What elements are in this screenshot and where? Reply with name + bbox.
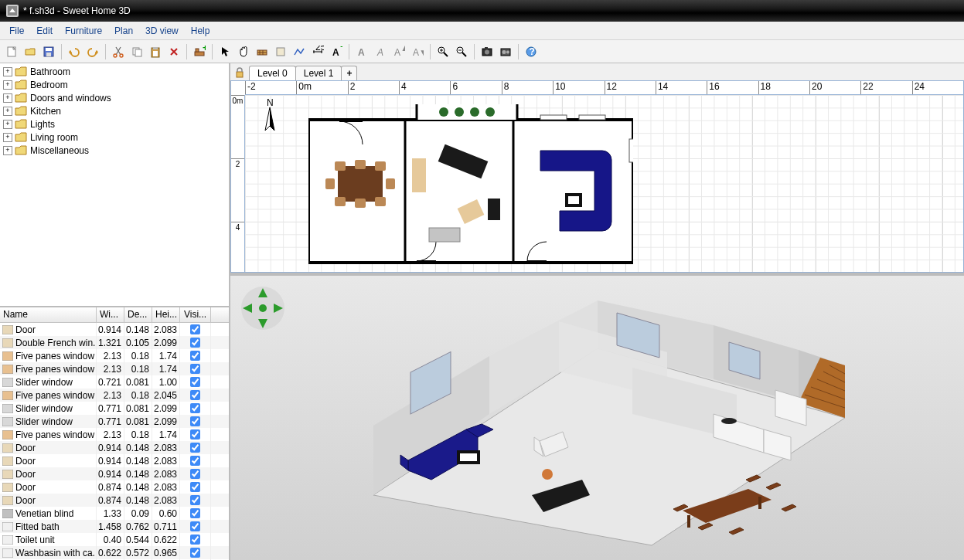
- view-3d-panel[interactable]: [230, 276, 964, 560]
- expand-icon[interactable]: +: [3, 93, 12, 103]
- cut-icon[interactable]: [110, 43, 127, 60]
- tree-item[interactable]: +Kitchen: [2, 104, 227, 117]
- visible-checkbox[interactable]: [190, 535, 200, 545]
- table-row[interactable]: Five panes window2.130.181.74: [0, 362, 229, 375]
- column-header-width[interactable]: Wi...: [97, 307, 124, 322]
- expand-icon[interactable]: +: [3, 67, 12, 76]
- table-row[interactable]: Door0.9140.1482.083: [0, 323, 229, 336]
- table-row[interactable]: Slider window0.7710.0812.099: [0, 402, 229, 415]
- visible-checkbox[interactable]: [190, 364, 200, 374]
- visible-checkbox[interactable]: [190, 548, 200, 558]
- compass-icon[interactable]: N: [254, 98, 285, 137]
- table-row[interactable]: Venetian blind1.330.090.60: [0, 507, 229, 520]
- redo-icon[interactable]: [84, 43, 101, 60]
- visible-checkbox[interactable]: [190, 324, 200, 334]
- delete-icon[interactable]: [165, 43, 182, 60]
- column-header-height[interactable]: Hei...: [152, 307, 180, 322]
- tree-item[interactable]: +Doors and windows: [2, 91, 227, 104]
- create-room-icon[interactable]: [272, 43, 289, 60]
- text-italic-icon[interactable]: A: [372, 43, 389, 60]
- tab-level-1[interactable]: Level 1: [295, 66, 342, 80]
- pan-tool-icon[interactable]: [235, 43, 252, 60]
- table-row[interactable]: Five panes window2.130.181.74: [0, 428, 229, 441]
- expand-icon[interactable]: +: [3, 120, 12, 129]
- expand-icon[interactable]: +: [3, 146, 12, 155]
- visible-checkbox[interactable]: [190, 508, 200, 518]
- expand-icon[interactable]: +: [3, 107, 12, 116]
- table-row[interactable]: Washbasin with ca...0.6220.5720.965: [0, 546, 229, 559]
- help-icon[interactable]: ?: [523, 43, 540, 60]
- column-header-depth[interactable]: De...: [124, 307, 152, 322]
- menu-edit[interactable]: Edit: [30, 24, 59, 38]
- column-header-name[interactable]: Name: [0, 307, 97, 322]
- tree-item[interactable]: +Lights: [2, 117, 227, 131]
- table-row[interactable]: Double French win...1.3210.1052.099: [0, 336, 229, 349]
- menu-furniture[interactable]: Furniture: [59, 24, 108, 38]
- video-icon[interactable]: [497, 43, 514, 60]
- table-row[interactable]: Slider window0.7710.0812.099: [0, 415, 229, 428]
- visible-checkbox[interactable]: [190, 482, 200, 492]
- furniture-table-body[interactable]: Door0.9140.1482.083Double French win...1…: [0, 323, 229, 560]
- text-bold-icon[interactable]: A: [353, 43, 370, 60]
- lock-icon[interactable]: [233, 66, 246, 79]
- nav-cross-icon[interactable]: [240, 285, 286, 331]
- visible-checkbox[interactable]: [190, 443, 200, 453]
- tree-item[interactable]: +Miscellaneous: [2, 144, 227, 157]
- visible-checkbox[interactable]: [190, 390, 200, 400]
- table-row[interactable]: Fitted bath1.4580.7620.711: [0, 520, 229, 533]
- table-row[interactable]: Door0.9140.1482.083: [0, 467, 229, 480]
- expand-icon[interactable]: +: [3, 80, 12, 90]
- table-row[interactable]: Door0.8740.1482.083: [0, 494, 229, 507]
- select-tool-icon[interactable]: [216, 43, 233, 60]
- text-increase-icon[interactable]: A▲: [390, 43, 407, 60]
- open-file-icon[interactable]: [22, 43, 39, 60]
- menu-3dview[interactable]: 3D view: [139, 24, 185, 38]
- add-furniture-icon[interactable]: +: [191, 43, 208, 60]
- create-dimension-icon[interactable]: 25: [309, 43, 326, 60]
- tree-item[interactable]: +Bedroom: [2, 78, 227, 91]
- zoom-out-icon[interactable]: [453, 43, 470, 60]
- visible-checkbox[interactable]: [190, 521, 200, 531]
- table-row[interactable]: Five panes window2.130.181.74: [0, 349, 229, 362]
- text-decrease-icon[interactable]: A▼: [409, 43, 426, 60]
- undo-icon[interactable]: [66, 43, 83, 60]
- floorplan-drawing[interactable]: [308, 104, 633, 266]
- create-text-icon[interactable]: A+: [328, 43, 345, 60]
- table-row[interactable]: Door0.8740.1482.083: [0, 480, 229, 494]
- visible-checkbox[interactable]: [190, 338, 200, 348]
- visible-checkbox[interactable]: [190, 495, 200, 505]
- copy-icon[interactable]: [128, 43, 145, 60]
- plan-canvas[interactable]: -20m24681012141618202224 0m246 N: [230, 80, 964, 273]
- save-icon[interactable]: [40, 43, 57, 60]
- menu-help[interactable]: Help: [185, 24, 216, 38]
- table-row[interactable]: Toilet unit0.400.5440.622: [0, 533, 229, 546]
- table-row[interactable]: Five panes window2.130.182.045: [0, 389, 229, 402]
- new-file-icon[interactable]: [3, 43, 20, 60]
- svg-rect-11: [153, 51, 158, 56]
- visible-checkbox[interactable]: [190, 351, 200, 361]
- create-polyline-icon[interactable]: [291, 43, 308, 60]
- visible-checkbox[interactable]: [190, 416, 200, 426]
- tree-item[interactable]: +Bathroom: [2, 65, 227, 78]
- cell-width: 0.874: [97, 480, 124, 494]
- zoom-in-icon[interactable]: [434, 43, 451, 60]
- tab-level-0[interactable]: Level 0: [249, 66, 296, 80]
- table-row[interactable]: Door0.9140.1482.083: [0, 441, 229, 454]
- visible-checkbox[interactable]: [190, 429, 200, 440]
- furniture-catalog-tree[interactable]: +Bathroom+Bedroom+Doors and windows+Kitc…: [0, 63, 229, 307]
- tree-item[interactable]: +Living room: [2, 131, 227, 144]
- menu-file[interactable]: File: [3, 24, 30, 38]
- table-row[interactable]: Slider window0.7210.0811.00: [0, 375, 229, 389]
- create-walls-icon[interactable]: [254, 43, 271, 60]
- photo-icon[interactable]: [479, 43, 496, 60]
- paste-icon[interactable]: [147, 43, 164, 60]
- visible-checkbox[interactable]: [190, 377, 200, 387]
- expand-icon[interactable]: +: [3, 133, 12, 142]
- table-row[interactable]: Door0.9140.1482.083: [0, 454, 229, 467]
- column-header-visible[interactable]: Visi...: [180, 307, 211, 322]
- menu-plan[interactable]: Plan: [108, 24, 139, 38]
- tab-add-level[interactable]: +: [341, 66, 357, 80]
- visible-checkbox[interactable]: [190, 469, 200, 479]
- visible-checkbox[interactable]: [190, 403, 200, 413]
- visible-checkbox[interactable]: [190, 456, 200, 466]
